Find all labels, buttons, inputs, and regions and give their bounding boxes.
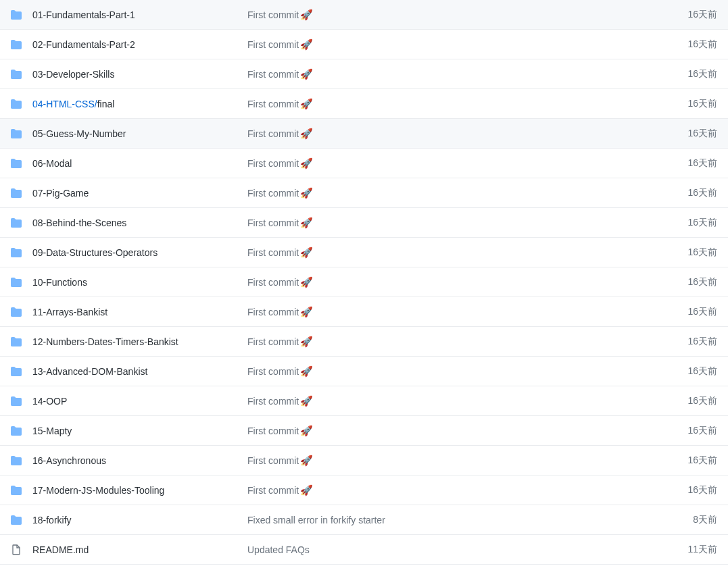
folder-icon <box>11 99 22 109</box>
rocket-emoji: 🚀 <box>300 365 313 378</box>
commit-message-link[interactable]: Updated FAQs <box>247 544 310 555</box>
file-row[interactable]: 14-OOPFirst commit 🚀16天前 <box>0 386 728 416</box>
commit-message-link[interactable]: First commit <box>247 128 299 139</box>
file-row[interactable]: 07-Pig-GameFirst commit 🚀16天前 <box>0 178 728 208</box>
file-row[interactable]: 13-Advanced-DOM-BankistFirst commit 🚀16天… <box>0 357 728 386</box>
file-row[interactable]: 01-Fundamentals-Part-1First commit 🚀16天前 <box>0 0 728 30</box>
commit-time: 16天前 <box>643 455 717 467</box>
file-name-link[interactable]: 02-Fundamentals-Part-2 <box>32 39 135 50</box>
rocket-emoji: 🚀 <box>300 38 313 51</box>
folder-icon <box>11 247 22 258</box>
file-name-cell: 05-Guess-My-Number <box>11 128 247 139</box>
file-row[interactable]: 11-Arrays-BankistFirst commit 🚀16天前 <box>0 297 728 327</box>
commit-message-link[interactable]: First commit <box>247 247 299 258</box>
path-final[interactable]: final <box>97 99 115 109</box>
commit-message-cell: First commit 🚀 <box>247 128 643 140</box>
file-name-link[interactable]: 01-Fundamentals-Part-1 <box>32 9 135 20</box>
commit-message-cell: First commit 🚀 <box>247 38 643 51</box>
rocket-emoji: 🚀 <box>300 336 313 348</box>
file-name-cell: 01-Fundamentals-Part-1 <box>11 9 247 20</box>
commit-message-cell: First commit 🚀 <box>247 217 643 229</box>
commit-time: 16天前 <box>643 98 717 110</box>
file-name-link[interactable]: 10-Functions <box>32 277 87 288</box>
file-name-link[interactable]: 16-Asynchronous <box>32 455 106 466</box>
file-name-link[interactable]: 11-Arrays-Bankist <box>32 307 107 317</box>
file-row[interactable]: README.mdUpdated FAQs11天前 <box>0 535 728 565</box>
file-name-link[interactable]: 09-Data-Structures-Operators <box>32 247 157 258</box>
folder-icon <box>11 307 22 317</box>
folder-icon <box>11 396 22 407</box>
commit-message-cell: First commit 🚀 <box>247 306 643 318</box>
file-row[interactable]: 10-FunctionsFirst commit 🚀16天前 <box>0 267 728 297</box>
commit-message-link[interactable]: First commit <box>247 396 299 407</box>
file-name-link[interactable]: 18-forkify <box>32 515 72 525</box>
file-row[interactable]: 06-ModalFirst commit 🚀16天前 <box>0 149 728 178</box>
file-row[interactable]: 04-HTML-CSS/finalFirst commit 🚀16天前 <box>0 89 728 119</box>
file-row[interactable]: 05-Guess-My-NumberFirst commit 🚀16天前 <box>0 119 728 149</box>
file-name-link[interactable]: 04-HTML-CSS/final <box>32 99 114 109</box>
commit-message-link[interactable]: First commit <box>247 188 299 199</box>
commit-message-link[interactable]: First commit <box>247 69 299 80</box>
file-name-link[interactable]: 14-OOP <box>32 396 67 407</box>
rocket-emoji: 🚀 <box>300 484 313 496</box>
file-icon <box>11 544 22 555</box>
commit-message-link[interactable]: First commit <box>247 9 299 20</box>
file-name-cell: 08-Behind-the-Scenes <box>11 217 247 228</box>
commit-message-cell: First commit 🚀 <box>247 187 643 199</box>
commit-time: 8天前 <box>643 514 717 526</box>
commit-time: 16天前 <box>643 425 717 437</box>
file-row[interactable]: 17-Modern-JS-Modules-ToolingFirst commit… <box>0 475 728 505</box>
file-name-link[interactable]: README.md <box>32 544 89 555</box>
file-name-cell: 17-Modern-JS-Modules-Tooling <box>11 485 247 496</box>
file-name-link[interactable]: 06-Modal <box>32 158 72 169</box>
commit-message-cell: First commit 🚀 <box>247 98 643 110</box>
commit-message-cell: First commit 🚀 <box>247 395 643 407</box>
commit-message-link[interactable]: First commit <box>247 277 299 288</box>
file-row[interactable]: 12-Numbers-Dates-Timers-BankistFirst com… <box>0 327 728 357</box>
commit-time: 16天前 <box>643 9 717 21</box>
file-name-cell: 13-Advanced-DOM-Bankist <box>11 366 247 377</box>
file-row[interactable]: 03-Developer-SkillsFirst commit 🚀16天前 <box>0 59 728 89</box>
file-name-link[interactable]: 07-Pig-Game <box>32 188 89 199</box>
commit-message-link[interactable]: First commit <box>247 336 299 347</box>
folder-icon <box>11 69 22 80</box>
file-row[interactable]: 15-MaptyFirst commit 🚀16天前 <box>0 416 728 446</box>
file-row[interactable]: 02-Fundamentals-Part-2First commit 🚀16天前 <box>0 30 728 59</box>
commit-message-link[interactable]: First commit <box>247 217 299 228</box>
commit-message-cell: First commit 🚀 <box>247 247 643 259</box>
file-name-link[interactable]: 13-Advanced-DOM-Bankist <box>32 366 147 377</box>
commit-time: 16天前 <box>643 157 717 170</box>
file-name-link[interactable]: 15-Mapty <box>32 426 72 436</box>
file-name-link[interactable]: 03-Developer-Skills <box>32 69 114 80</box>
commit-message-link[interactable]: First commit <box>247 455 299 466</box>
commit-message-link[interactable]: Fixed small error in forkify starter <box>247 515 385 525</box>
rocket-emoji: 🚀 <box>300 9 313 21</box>
file-name-link[interactable]: 17-Modern-JS-Modules-Tooling <box>32 485 164 496</box>
path-segment[interactable]: 04-HTML-CSS/ <box>32 99 97 109</box>
file-row[interactable]: 08-Behind-the-ScenesFirst commit 🚀16天前 <box>0 208 728 238</box>
commit-message-cell: First commit 🚀 <box>247 365 643 378</box>
rocket-emoji: 🚀 <box>300 425 313 437</box>
commit-message-cell: First commit 🚀 <box>247 68 643 80</box>
file-row[interactable]: 18-forkifyFixed small error in forkify s… <box>0 505 728 535</box>
file-name-link[interactable]: 08-Behind-the-Scenes <box>32 217 126 228</box>
file-row[interactable]: 09-Data-Structures-OperatorsFirst commit… <box>0 238 728 267</box>
rocket-emoji: 🚀 <box>300 247 313 259</box>
commit-message-link[interactable]: First commit <box>247 426 299 436</box>
file-row[interactable]: 16-AsynchronousFirst commit 🚀16天前 <box>0 446 728 475</box>
file-name-link[interactable]: 05-Guess-My-Number <box>32 128 126 139</box>
folder-icon <box>11 9 22 20</box>
file-name-cell: 15-Mapty <box>11 426 247 436</box>
commit-message-link[interactable]: First commit <box>247 39 299 50</box>
file-name-cell: 16-Asynchronous <box>11 455 247 466</box>
commit-message-link[interactable]: First commit <box>247 366 299 377</box>
folder-icon <box>11 188 22 199</box>
commit-message-link[interactable]: First commit <box>247 307 299 317</box>
file-name-link[interactable]: 12-Numbers-Dates-Timers-Bankist <box>32 336 178 347</box>
commit-message-link[interactable]: First commit <box>247 99 299 109</box>
file-list: 01-Fundamentals-Part-1First commit 🚀16天前… <box>0 0 728 565</box>
commit-message-link[interactable]: First commit <box>247 158 299 169</box>
commit-time: 16天前 <box>643 247 717 259</box>
commit-message-link[interactable]: First commit <box>247 485 299 496</box>
file-name-cell: 10-Functions <box>11 277 247 288</box>
